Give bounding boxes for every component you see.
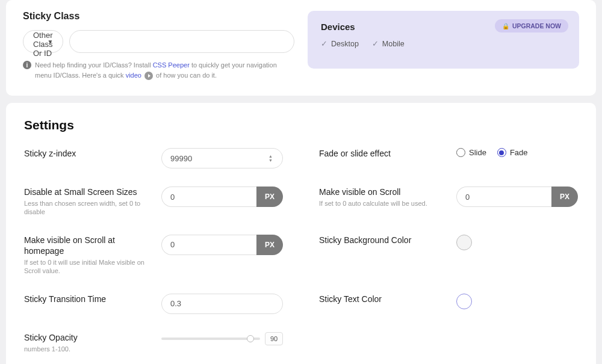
field-visible-scroll-home: Make visible on Scroll at homepage If se…: [24, 235, 283, 276]
check-icon: ✓: [321, 40, 327, 48]
class-select[interactable]: Other Class Or ID: [23, 30, 63, 53]
field-transition: Sticky Transition Time: [24, 294, 283, 314]
play-icon[interactable]: [144, 72, 153, 80]
px-unit: PX: [551, 187, 578, 207]
devices-panel: 🔒 UPGRADE NOW Devices ✓Desktop ✓Mobile: [308, 11, 579, 69]
class-id-input[interactable]: [69, 30, 294, 53]
class-select-wrap[interactable]: Other Class Or ID ▼: [23, 30, 63, 53]
field-bg-color: Sticky Background Color: [319, 235, 578, 276]
visible-scroll-sub: If set to 0 auto calculate will be used.: [319, 199, 445, 208]
visible-scroll-home-sub: If set to 0 it will use initial Make vis…: [24, 258, 150, 276]
px-unit: PX: [256, 187, 283, 207]
lock-icon: 🔒: [502, 23, 509, 29]
sticky-class-card: Sticky Class Other Class Or ID ▼ i Need …: [6, 0, 596, 96]
disable-small-control: PX: [161, 187, 283, 207]
devices-column: 🔒 UPGRADE NOW Devices ✓Desktop ✓Mobile: [308, 11, 579, 80]
text-color-control: [456, 294, 578, 309]
zindex-control: ▲▼: [161, 148, 283, 168]
device-desktop-label: Desktop: [331, 40, 359, 48]
visible-scroll-control: PX: [456, 187, 578, 207]
transition-control: [161, 294, 283, 314]
effect-radio-group: Slide Fade: [456, 148, 578, 157]
field-text-color: Sticky Text Color: [319, 294, 578, 314]
sticky-class-title: Sticky Class: [23, 11, 294, 22]
opacity-label-text: Sticky Opacity: [24, 333, 78, 342]
text-color-swatch[interactable]: [456, 294, 472, 309]
visible-scroll-input[interactable]: [456, 187, 551, 207]
info-icon: i: [23, 61, 31, 69]
px-unit: PX: [256, 235, 283, 255]
empty-cell: [319, 332, 578, 353]
visible-scroll-label: Make visible on Scroll If set to 0 auto …: [319, 187, 445, 208]
visible-scroll-label-text: Make visible on Scroll: [319, 187, 400, 197]
settings-grid: Sticky z-index ▲▼ Fade or slide effect S…: [24, 148, 578, 353]
transition-input[interactable]: [161, 294, 283, 314]
bg-color-control: [456, 235, 578, 250]
sticky-class-column: Sticky Class Other Class Or ID ▼ i Need …: [23, 11, 294, 80]
text-color-label: Sticky Text Color: [319, 294, 445, 304]
radio-icon: [456, 148, 465, 157]
bg-color-swatch[interactable]: [456, 235, 472, 250]
zindex-label: Sticky z-index: [24, 148, 150, 159]
upgrade-badge[interactable]: 🔒 UPGRADE NOW: [495, 19, 568, 32]
upgrade-label: UPGRADE NOW: [512, 22, 561, 29]
radio-slide[interactable]: Slide: [456, 148, 486, 157]
transition-label: Sticky Transition Time: [24, 294, 150, 304]
zindex-input[interactable]: [161, 148, 283, 168]
field-zindex: Sticky z-index ▲▼: [24, 148, 283, 168]
disable-small-sub: Less than chosen screen width, set 0 to …: [24, 199, 150, 217]
device-desktop: ✓Desktop: [321, 39, 359, 48]
disable-small-label: Disable at Small Screen Sizes Less than …: [24, 187, 150, 217]
device-mobile: ✓Mobile: [372, 39, 405, 48]
devices-row: ✓Desktop ✓Mobile: [321, 39, 566, 48]
disable-small-input[interactable]: [161, 187, 256, 207]
opacity-control: 90: [161, 332, 283, 345]
opacity-value: 90: [265, 332, 283, 345]
opacity-label: Sticky Opacity numbers 1-100.: [24, 332, 150, 353]
effect-label: Fade or slide effect: [319, 148, 445, 159]
radio-icon-selected: [497, 148, 506, 157]
video-link[interactable]: video: [126, 72, 141, 79]
opacity-slider[interactable]: [161, 338, 260, 340]
opacity-sub: numbers 1-100.: [24, 345, 150, 353]
slider-thumb[interactable]: [247, 335, 254, 342]
device-mobile-label: Mobile: [382, 40, 405, 48]
check-icon: ✓: [372, 40, 379, 48]
sticky-class-controls: Other Class Or ID ▼: [23, 30, 294, 53]
visible-scroll-home-input[interactable]: [161, 235, 256, 255]
visible-scroll-home-label: Make visible on Scroll at homepage If se…: [24, 235, 150, 276]
radio-fade[interactable]: Fade: [497, 148, 528, 157]
settings-heading: Settings: [24, 118, 578, 132]
hint-prefix: Need help finding your ID/Class? Install: [35, 61, 153, 69]
sticky-class-hint: i Need help finding your ID/Class? Insta…: [23, 60, 294, 80]
radio-slide-label: Slide: [469, 148, 486, 157]
field-opacity: Sticky Opacity numbers 1-100. 90: [24, 332, 283, 353]
field-visible-scroll: Make visible on Scroll If set to 0 auto …: [319, 187, 578, 217]
visible-scroll-home-control: PX: [161, 235, 283, 255]
field-disable-small: Disable at Small Screen Sizes Less than …: [24, 187, 283, 217]
css-peeper-link[interactable]: CSS Peeper: [153, 61, 190, 69]
radio-fade-label: Fade: [510, 148, 528, 157]
visible-scroll-home-label-text: Make visible on Scroll at homepage: [24, 235, 115, 256]
stepper-icon[interactable]: ▲▼: [268, 154, 276, 162]
hint-text: Need help finding your ID/Class? Install…: [35, 60, 294, 80]
hint-suffix: of how you can do it.: [156, 72, 217, 79]
disable-small-label-text: Disable at Small Screen Sizes: [24, 187, 137, 197]
bg-color-label: Sticky Background Color: [319, 235, 445, 245]
field-effect: Fade or slide effect Slide Fade: [319, 148, 578, 168]
settings-card: Settings Sticky z-index ▲▼ Fade or slide…: [6, 103, 596, 364]
